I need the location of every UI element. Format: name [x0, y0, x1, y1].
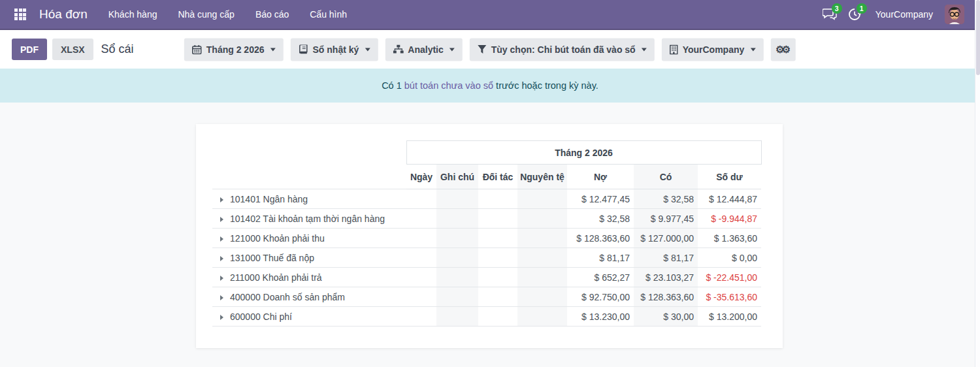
- debit-cell: $ 13.230,00: [567, 307, 634, 327]
- messages-button[interactable]: 3: [821, 5, 839, 24]
- banner-text-suffix: trước hoặc trong kỳ này.: [493, 80, 598, 91]
- expand-caret-icon[interactable]: [220, 276, 223, 281]
- currency-cell: [517, 189, 567, 209]
- note-cell: [436, 189, 478, 209]
- period-header-row: Tháng 2 2026: [212, 141, 761, 165]
- column-header-credit: Có: [634, 165, 698, 189]
- account-cell[interactable]: 121000 Khoản phải thu: [212, 229, 406, 248]
- journal-filter-button[interactable]: Sổ nhật ký: [291, 38, 378, 61]
- expand-caret-icon[interactable]: [220, 217, 223, 222]
- book-icon: [299, 45, 308, 54]
- credit-cell: $ 128.363,60: [634, 287, 698, 307]
- debit-cell: $ 652,27: [567, 268, 634, 287]
- settings-button[interactable]: ⚙⚙: [770, 38, 796, 61]
- note-cell: [436, 229, 478, 248]
- credit-cell: $ 32,58: [634, 189, 698, 209]
- date-cell: [406, 189, 436, 209]
- period-header: Tháng 2 2026: [406, 141, 761, 165]
- account-label: 131000 Thuế đã nộp: [230, 253, 314, 263]
- partner-cell: [478, 229, 517, 248]
- journal-filter-label: Sổ nhật ký: [313, 44, 359, 55]
- column-header-row: Ngày Ghi chú Đối tác Nguyên tệ Nợ Có Số …: [212, 165, 761, 189]
- date-cell: [406, 209, 436, 229]
- nav-item-customers[interactable]: Khách hàng: [99, 0, 167, 29]
- expand-caret-icon[interactable]: [220, 315, 223, 320]
- account-cell[interactable]: 101401 Ngân hàng: [212, 189, 406, 209]
- debit-cell: $ 81,17: [567, 248, 634, 268]
- xlsx-export-button[interactable]: XLSX: [52, 39, 93, 60]
- date-cell: [406, 229, 436, 248]
- account-cell[interactable]: 400000 Doanh số sản phẩm: [212, 287, 406, 307]
- table-row: 101401 Ngân hàng$ 12.477,45$ 32,58$ 12.4…: [212, 189, 761, 209]
- balance-cell: $ 0,00: [698, 248, 761, 268]
- expand-caret-icon[interactable]: [220, 236, 223, 242]
- pdf-export-button[interactable]: PDF: [12, 39, 47, 60]
- filter-buttons-group: Tháng 2 2026 Sổ nhật ký Analytic: [184, 38, 796, 61]
- expand-caret-icon[interactable]: [220, 197, 223, 202]
- report-table-body: 101401 Ngân hàng$ 12.477,45$ 32,58$ 12.4…: [212, 189, 761, 327]
- currency-cell: [517, 248, 567, 268]
- expand-caret-icon[interactable]: [220, 295, 223, 300]
- apps-menu-button[interactable]: [9, 3, 31, 25]
- account-cell[interactable]: 101402 Tài khoản tạm thời ngân hàng: [212, 209, 406, 229]
- credit-cell: $ 127.000,00: [634, 229, 698, 248]
- column-header-date: Ngày: [406, 165, 436, 189]
- sitemap-icon: [393, 45, 403, 54]
- credit-cell: $ 30,00: [634, 307, 698, 327]
- debit-cell: $ 92.750,00: [567, 287, 634, 307]
- column-header-debit: Nợ: [567, 165, 634, 189]
- nav-item-vendors[interactable]: Nhà cung cấp: [169, 0, 243, 29]
- partner-cell: [478, 287, 517, 307]
- account-label: 400000 Doanh số sản phẩm: [230, 292, 345, 302]
- building-icon: [670, 44, 678, 54]
- expand-caret-icon[interactable]: [220, 256, 223, 261]
- balance-cell: $ -35.613,60: [698, 287, 761, 307]
- date-filter-button[interactable]: Tháng 2 2026: [184, 38, 284, 61]
- table-row: 211000 Khoản phải trả$ 652,27$ 23.103,27…: [212, 268, 761, 287]
- chevron-down-icon: [449, 48, 455, 51]
- currency-cell: [517, 287, 567, 307]
- unposted-entries-link[interactable]: bút toán chưa vào sổ: [404, 80, 493, 91]
- nav-item-configuration[interactable]: Cấu hình: [301, 0, 356, 29]
- partner-cell: [478, 209, 517, 229]
- date-cell: [406, 248, 436, 268]
- debit-cell: $ 12.477,45: [567, 189, 634, 209]
- chevron-down-icon: [270, 48, 276, 51]
- analytic-filter-button[interactable]: Analytic: [385, 38, 462, 61]
- activities-button[interactable]: 1: [845, 5, 864, 24]
- table-row: 121000 Khoản phải thu$ 128.363,60$ 127.0…: [212, 229, 761, 248]
- nav-item-reports[interactable]: Báo cáo: [246, 0, 298, 29]
- top-navbar: Hóa đơn Khách hàng Nhà cung cấp Báo cáo …: [0, 0, 980, 30]
- balance-cell: $ 12.444,87: [698, 189, 761, 209]
- company-filter-button[interactable]: YourCompany: [662, 38, 764, 61]
- chevron-down-icon: [750, 48, 755, 51]
- general-ledger-table: Tháng 2 2026 Ngày Ghi chú Đối tác Nguyên…: [212, 140, 762, 327]
- currency-cell: [517, 268, 567, 287]
- balance-cell: $ 13.200,00: [698, 307, 761, 327]
- account-cell[interactable]: 600000 Chi phí: [212, 307, 406, 327]
- report-card: Tháng 2 2026 Ngày Ghi chú Đối tác Nguyên…: [196, 124, 783, 348]
- debit-cell: $ 128.363,60: [567, 229, 634, 248]
- scrollbar-thumb[interactable]: [976, 0, 980, 75]
- options-filter-button[interactable]: Tùy chọn: Chỉ bút toán đã vào sổ: [470, 38, 655, 61]
- currency-cell: [517, 307, 567, 327]
- account-cell[interactable]: 211000 Khoản phải trả: [212, 268, 406, 287]
- currency-cell: [517, 229, 567, 248]
- account-cell[interactable]: 131000 Thuế đã nộp: [212, 248, 406, 268]
- table-row: 600000 Chi phí$ 13.230,00$ 30,00$ 13.200…: [212, 307, 761, 327]
- currency-cell: [517, 209, 567, 229]
- note-cell: [436, 268, 478, 287]
- vertical-scrollbar[interactable]: [975, 0, 980, 367]
- table-row: 400000 Doanh số sản phẩm$ 92.750,00$ 128…: [212, 287, 761, 307]
- account-label: 600000 Chi phí: [230, 311, 292, 322]
- chevron-down-icon: [365, 48, 370, 51]
- analytic-filter-label: Analytic: [408, 44, 443, 55]
- date-cell: [406, 287, 436, 307]
- current-app-name[interactable]: Hóa đơn: [34, 7, 97, 22]
- company-switcher[interactable]: YourCompany: [870, 9, 938, 20]
- balance-cell: $ -22.451,00: [698, 268, 761, 287]
- company-filter-label: YourCompany: [683, 44, 745, 55]
- avatar-image: [945, 5, 964, 24]
- user-avatar[interactable]: [945, 5, 964, 24]
- column-header-currency: Nguyên tệ: [517, 165, 567, 189]
